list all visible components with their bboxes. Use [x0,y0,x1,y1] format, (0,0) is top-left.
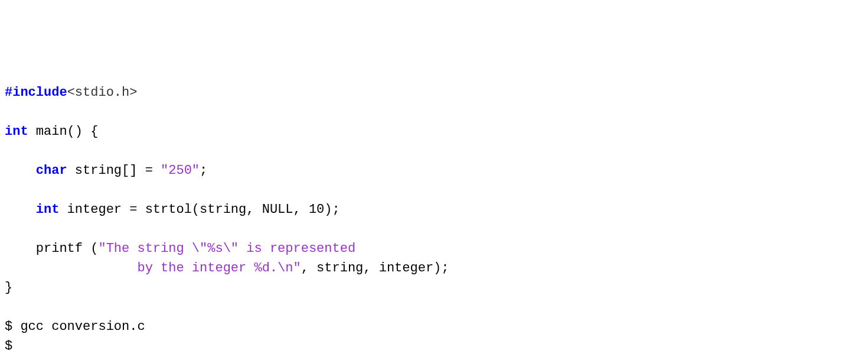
printf-call-start: printf ( [5,241,98,256]
main-signature: main() { [28,124,99,139]
closing-brace: } [5,280,12,295]
shell-compile: $ gcc conversion.c [5,319,145,334]
include-header: <stdio.h> [67,85,138,100]
format-string-part2: by the integer %d.\n" [137,261,301,276]
indent [5,163,36,178]
format-string-part1: "The string \"%s\" is represented [98,241,355,256]
shell-prompt: $ [5,339,12,350]
keyword-int: int [36,202,60,217]
format-string-indent [5,261,137,276]
code-listing: #include<stdio.h> int main() { char stri… [5,83,863,350]
indent [5,202,36,217]
strtol-call: integer = strtol(string, NULL, 10); [59,202,340,217]
keyword-int: int [5,124,28,139]
decl-mid: string[] = [67,163,161,178]
string-literal: "250" [161,163,200,178]
keyword-char: char [36,163,67,178]
preprocessor-keyword: #include [5,85,67,100]
semicolon: ; [200,163,207,178]
printf-args: , string, integer); [301,261,449,276]
